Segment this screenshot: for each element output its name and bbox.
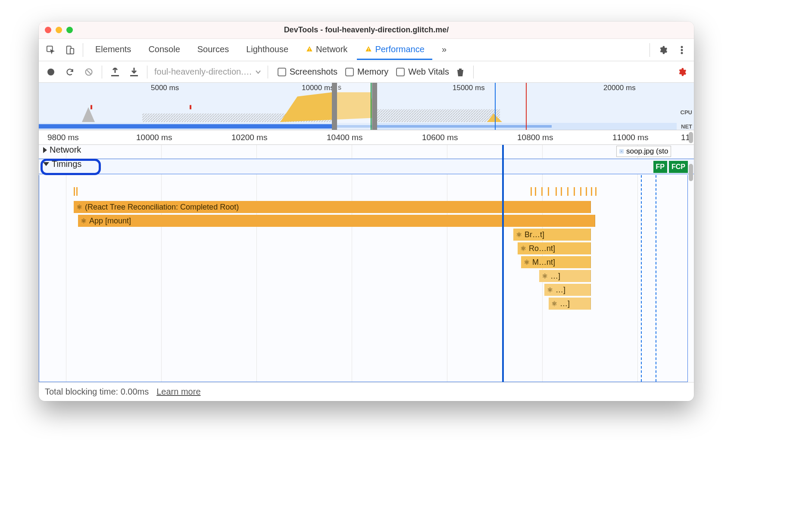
overview-marker <box>526 83 527 130</box>
tab-console[interactable]: Console <box>141 40 187 60</box>
svg-point-8 <box>681 49 683 51</box>
capture-settings-icon[interactable] <box>674 64 690 80</box>
profile-dropdown[interactable]: foul-heavenly-direction.… <box>153 67 262 77</box>
overview-marker <box>495 83 496 130</box>
time-ruler[interactable]: 9800 ms 10000 ms 10200 ms 10400 ms 10600… <box>39 130 694 145</box>
timing-bar[interactable]: …] <box>539 270 591 282</box>
fcp-marker[interactable]: FCP <box>669 161 688 173</box>
tab-sources[interactable]: Sources <box>190 40 237 60</box>
timings-track-body: (React Tree Reconciliation: Completed Ro… <box>39 175 688 382</box>
record-button[interactable] <box>43 64 59 80</box>
kebab-menu-icon[interactable] <box>673 41 690 59</box>
close-window-button[interactable] <box>45 27 51 33</box>
separator <box>650 43 650 57</box>
overview-timeline[interactable]: 5000 ms 10000 ms 15000 ms 20000 ms <box>39 83 694 130</box>
screenshots-checkbox[interactable]: Screenshots <box>278 67 337 77</box>
timing-bar[interactable]: M…nt] <box>521 256 591 268</box>
maximize-window-button[interactable] <box>66 27 73 33</box>
gc-button[interactable] <box>453 64 468 80</box>
settings-icon[interactable] <box>654 41 671 59</box>
load-profile-button[interactable] <box>107 64 123 80</box>
summary-footer: Total blocking time: 0.00ms Learn more <box>39 382 694 401</box>
svg-point-7 <box>681 46 683 48</box>
playhead-marker[interactable] <box>502 145 504 382</box>
net-lane-label: NET <box>677 123 692 130</box>
collapse-icon <box>43 162 49 166</box>
tab-elements[interactable]: Elements <box>87 40 139 60</box>
perf-toolbar: foul-heavenly-direction.… Screenshots Me… <box>39 61 694 83</box>
svg-rect-4 <box>309 50 309 51</box>
timing-bar[interactable]: …] <box>544 284 591 296</box>
vertical-scrollbar[interactable] <box>689 164 693 181</box>
separator <box>83 43 83 57</box>
window-controls <box>45 27 73 33</box>
svg-rect-2 <box>70 48 74 54</box>
tab-network[interactable]: Network <box>298 40 355 60</box>
timing-bar-app-mount[interactable]: App [mount] <box>78 215 595 227</box>
svg-rect-5 <box>369 48 369 50</box>
tab-performance[interactable]: Performance <box>357 40 432 60</box>
device-toggle-icon[interactable] <box>61 41 78 59</box>
tabs-overflow[interactable]: » <box>434 40 454 60</box>
svg-rect-6 <box>369 50 369 51</box>
overview-selection-handle-right[interactable] <box>372 83 377 130</box>
cpu-lane-label: CPU <box>677 109 692 116</box>
svg-rect-13 <box>130 75 138 76</box>
timing-bar-reconcile[interactable]: (React Tree Reconciliation: Completed Ro… <box>74 201 591 213</box>
svg-point-9 <box>681 52 683 54</box>
learn-more-link[interactable]: Learn more <box>156 387 200 397</box>
network-resource-chip[interactable]: soop.jpg (sto <box>616 146 671 157</box>
ruler-scrollbar[interactable] <box>689 132 693 143</box>
minimize-window-button[interactable] <box>56 27 62 33</box>
svg-rect-18 <box>190 105 191 110</box>
warning-icon <box>365 46 372 53</box>
flame-chart-area[interactable]: Network soop.jpg (sto Timings FP FCP <box>39 145 694 382</box>
svg-point-10 <box>47 69 54 75</box>
memory-checkbox[interactable]: Memory <box>345 67 388 77</box>
timing-bar[interactable]: Br…t] <box>513 229 591 241</box>
tab-lighthouse[interactable]: Lighthouse <box>238 40 296 60</box>
warning-icon <box>306 46 313 53</box>
svg-rect-12 <box>111 75 119 76</box>
inspect-icon[interactable] <box>42 41 59 59</box>
save-profile-button[interactable] <box>126 64 142 80</box>
overview-selection-handle-left[interactable] <box>332 83 337 130</box>
tabstrip: Elements Console Sources Lighthouse Netw… <box>39 39 694 61</box>
webvitals-checkbox[interactable]: Web Vitals <box>396 67 449 77</box>
svg-rect-17 <box>91 105 92 110</box>
devtools-window: DevTools - foul-heavenly-direction.glitc… <box>39 22 694 401</box>
fp-marker[interactable]: FP <box>653 161 667 173</box>
timing-bar[interactable]: Ro…nt] <box>518 242 591 254</box>
titlebar: DevTools - foul-heavenly-direction.glitc… <box>39 22 694 39</box>
svg-rect-3 <box>309 48 309 50</box>
timings-track-header[interactable]: Timings FP FCP <box>39 159 694 174</box>
tbt-text: Total blocking time: 0.00ms <box>45 387 149 397</box>
timing-bar[interactable]: …] <box>549 298 591 310</box>
reload-button[interactable] <box>62 64 78 80</box>
network-track-header[interactable]: Network soop.jpg (sto <box>39 145 694 159</box>
clear-button[interactable] <box>81 64 97 80</box>
expand-icon <box>43 147 47 153</box>
window-title: DevTools - foul-heavenly-direction.glitc… <box>39 25 694 34</box>
overview-marker <box>371 83 372 130</box>
svg-rect-16 <box>375 109 500 122</box>
chevron-down-icon <box>256 70 261 74</box>
